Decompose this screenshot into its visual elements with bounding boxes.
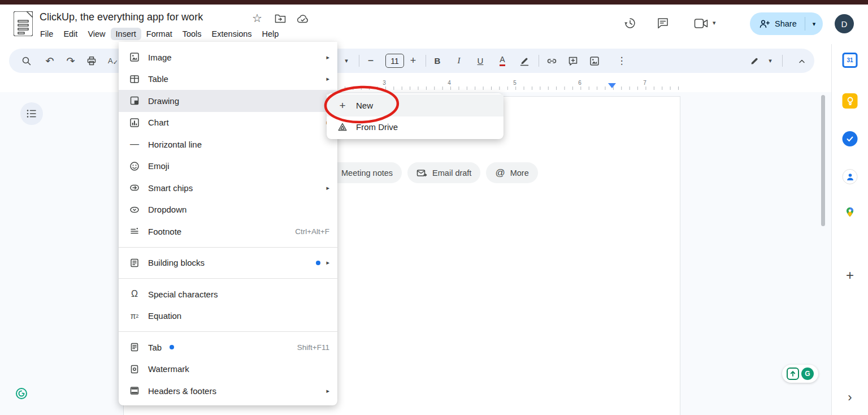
insert-footnote-item[interactable]: Footnote Ctrl+Alt+F: [119, 221, 337, 243]
menu-view[interactable]: View: [83, 28, 110, 40]
redo-icon[interactable]: ↷: [63, 54, 78, 68]
menu-tools[interactable]: Tools: [177, 28, 207, 40]
calendar-icon[interactable]: 31: [843, 53, 858, 68]
share-label: Share: [775, 19, 797, 28]
ruler-ticks: [345, 87, 680, 90]
indent-marker[interactable]: [608, 83, 616, 88]
menu-help[interactable]: Help: [257, 28, 284, 40]
share-button[interactable]: Share: [750, 12, 805, 35]
italic-button[interactable]: I: [452, 54, 466, 68]
ruler-number: 4: [444, 80, 455, 86]
comments-icon[interactable]: [656, 16, 670, 30]
hide-menus-icon[interactable]: [795, 54, 809, 68]
add-comment-icon[interactable]: [566, 54, 580, 68]
text-color-button[interactable]: A: [495, 54, 510, 68]
email-draft-chip[interactable]: Email draft: [407, 162, 480, 183]
toolbar-divider: [426, 55, 426, 67]
bold-button[interactable]: B: [430, 54, 445, 68]
tasks-icon[interactable]: [843, 131, 858, 146]
underline-button[interactable]: U: [473, 54, 488, 68]
more-templates-chip[interactable]: @ More: [486, 162, 537, 183]
search-menus-icon[interactable]: [19, 54, 34, 68]
menu-extensions[interactable]: Extensions: [207, 28, 257, 40]
menu-edit[interactable]: Edit: [58, 28, 83, 40]
insert-equation-item[interactable]: π2 Equation: [119, 305, 337, 327]
menu-shortcut: Ctrl+Alt+F: [295, 227, 329, 236]
decrease-font-icon[interactable]: −: [363, 54, 378, 68]
increase-font-icon[interactable]: +: [406, 54, 420, 68]
share-caret-icon[interactable]: ▾: [805, 20, 823, 28]
editing-mode-caret-icon[interactable]: ▾: [763, 54, 778, 68]
building-blocks-icon: [129, 257, 140, 269]
dropdown-icon: [129, 204, 140, 215]
document-outline-button[interactable]: [20, 102, 43, 125]
insert-dropdown-item[interactable]: Dropdown: [119, 199, 337, 221]
insert-smart-chips-item[interactable]: Smart chips ▸: [119, 177, 337, 199]
font-size-input[interactable]: 11: [385, 54, 404, 68]
vertical-scrollbar[interactable]: [821, 95, 825, 226]
maps-icon[interactable]: [844, 206, 856, 218]
horizontal-line-icon: —: [129, 139, 140, 150]
insert-emoji-item[interactable]: Emoji: [119, 155, 337, 178]
undo-icon[interactable]: ↶: [42, 54, 57, 68]
assistant-widget[interactable]: G: [782, 365, 818, 383]
insert-link-icon[interactable]: [544, 54, 559, 68]
insert-tab-item[interactable]: Tab Shift+F11: [119, 336, 337, 358]
new-feature-dot: [170, 345, 174, 349]
insert-watermark-item[interactable]: Watermark: [119, 358, 337, 381]
drawing-new-item[interactable]: + New: [327, 94, 504, 116]
menu-file[interactable]: File: [35, 28, 58, 40]
grammarly-icon: G: [801, 368, 814, 380]
insert-horizontal-line-item[interactable]: — Horizontal line: [119, 133, 337, 155]
menu-item-label: Chart: [148, 118, 169, 127]
version-history-icon[interactable]: [623, 16, 637, 30]
drawing-from-drive-item[interactable]: From Drive: [327, 116, 504, 139]
menu-item-label: Building blocks: [148, 258, 205, 267]
meet-video-icon[interactable]: [694, 18, 709, 29]
get-addons-icon[interactable]: +: [846, 267, 854, 283]
account-avatar[interactable]: D: [835, 14, 854, 33]
footnote-icon: [129, 226, 140, 237]
new-feature-dot: [316, 261, 320, 265]
special-characters-icon: Ω: [129, 288, 140, 300]
meet-caret-icon[interactable]: ▾: [713, 19, 716, 27]
toolbar-divider: [539, 55, 539, 67]
star-icon[interactable]: ☆: [252, 11, 262, 25]
google-docs-logo[interactable]: [14, 11, 33, 36]
tab-icon: [129, 341, 140, 353]
menu-format[interactable]: Format: [141, 28, 177, 40]
move-folder-icon[interactable]: [274, 13, 287, 24]
suggestions-badge-icon: [787, 368, 799, 380]
menu-item-label: Special characters: [148, 289, 218, 299]
insert-building-blocks-item[interactable]: Building blocks ▸: [119, 252, 337, 274]
drawing-submenu: + New From Drive: [327, 93, 504, 139]
show-side-panel-icon[interactable]: ›: [848, 390, 852, 405]
submenu-arrow-icon: ▸: [326, 75, 329, 83]
menu-item-label: Footnote: [148, 227, 181, 236]
insert-chart-item[interactable]: Chart ▸: [119, 112, 337, 134]
insert-table-item[interactable]: Table ▸: [119, 68, 337, 90]
insert-drawing-item[interactable]: Drawing ▸: [119, 90, 337, 112]
highlight-color-icon[interactable]: [517, 54, 532, 68]
menu-insert[interactable]: Insert: [111, 28, 141, 40]
insert-headers-footers-item[interactable]: Headers & footers ▸: [119, 380, 337, 402]
emoji-icon: [129, 161, 140, 172]
plus-icon: +: [337, 100, 348, 111]
document-title[interactable]: ClickUp, the everything app for work: [40, 11, 203, 23]
chart-icon: [129, 117, 140, 128]
toolbar-overflow-icon[interactable]: ⋮: [614, 54, 629, 68]
grammarly-agent-icon[interactable]: [15, 387, 28, 400]
menu-item-label: Drawing: [148, 96, 179, 106]
submenu-arrow-icon: ▸: [326, 184, 329, 192]
insert-image-icon[interactable]: [587, 54, 602, 68]
cloud-status-icon[interactable]: [296, 13, 310, 24]
font-caret-icon[interactable]: ▾: [339, 54, 354, 68]
menu-item-label: Emoji: [148, 161, 170, 171]
keep-icon[interactable]: [843, 93, 858, 109]
print-icon[interactable]: [84, 54, 99, 68]
insert-image-item[interactable]: Image ▸: [119, 46, 337, 68]
editing-mode-icon[interactable]: [747, 54, 762, 68]
toolbar-divider: [359, 55, 359, 67]
contacts-icon[interactable]: [843, 169, 858, 184]
insert-special-characters-item[interactable]: Ω Special characters: [119, 283, 337, 305]
